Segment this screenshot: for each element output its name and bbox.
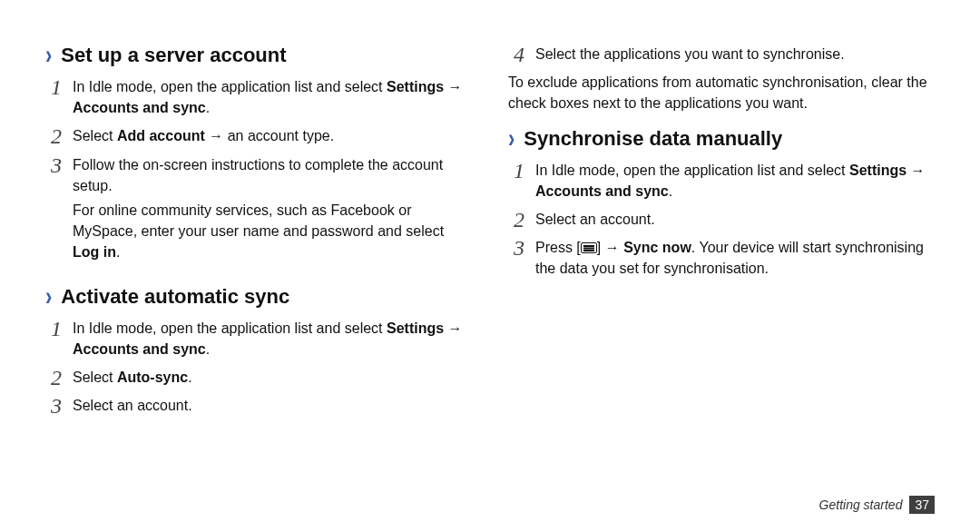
step-body: Select an account. [73,395,472,419]
footer-page-number: 37 [909,496,935,514]
step-item: 3 Press [] → Sync now. Your device will … [508,237,935,282]
step-item: 1 In Idle mode, open the application lis… [45,318,472,363]
step-body: In Idle mode, open the application list … [73,318,472,363]
heading-text: Synchronise data manually [524,127,782,151]
section-heading-server-account: › Set up a server account [45,44,472,67]
step-text: Follow the on-screen instructions to com… [73,154,472,196]
step-text: Select an account. [535,209,935,230]
step-item: 2 Select Add account → an account type. [45,125,472,150]
step-number: 2 [45,367,62,389]
manual-page: › Set up a server account 1 In Idle mode… [0,0,980,532]
step-number: 2 [508,209,524,231]
step-item: 2 Select an account. [508,209,935,233]
step-text: . [116,244,120,260]
section-heading-sync-manually: › Synchronise data manually [508,127,935,151]
step-item: 3 Follow the on-screen instructions to c… [45,154,472,267]
step-text: → an account type. [205,128,334,143]
step-body: Select the applications you want to sync… [535,44,935,68]
step-item: 3 Select an account. [45,395,472,419]
step-item: 2 Select Auto-sync. [45,367,472,391]
step-text: . [206,341,210,357]
bold-term: Log in [73,244,116,260]
step-text: In Idle mode, open the application list … [73,320,387,336]
left-column: › Set up a server account 1 In Idle mode… [45,36,472,423]
step-number: 3 [508,237,524,259]
chevron-right-icon: › [45,43,52,69]
step-text: Press [ [535,240,581,255]
step-number: 3 [45,154,62,176]
step-body: Press [] → Sync now. Your device will st… [535,237,935,282]
step-text: For online community services, such as F… [73,202,444,239]
step-item: 1 In Idle mode, open the application lis… [508,160,935,205]
step-text: ] → [597,240,623,255]
two-column-layout: › Set up a server account 1 In Idle mode… [45,36,935,423]
bold-term: Sync now [623,240,691,255]
step-text: . [188,369,191,385]
step-text: In Idle mode, open the application list … [535,163,849,178]
step-number: 1 [508,160,524,182]
page-footer: Getting started 37 [819,496,935,514]
step-body: Select Add account → an account type. [73,125,472,150]
step-body: Follow the on-screen instructions to com… [73,154,472,267]
section-heading-auto-sync: › Activate automatic sync [45,285,472,309]
step-text: Select [73,128,117,143]
step-text: Select [73,369,117,385]
chevron-right-icon: › [45,283,52,310]
step-number: 4 [508,44,524,65]
heading-text: Activate automatic sync [61,285,289,309]
step-body: In Idle mode, open the application list … [535,160,935,205]
step-text: In Idle mode, open the application list … [73,79,387,94]
note-text: To exclude applications from automatic s… [508,72,935,113]
step-item: 1 In Idle mode, open the application lis… [45,76,472,122]
step-body: In Idle mode, open the application list … [73,76,472,122]
step-number: 2 [45,125,62,147]
right-column: 4 Select the applications you want to sy… [508,36,935,423]
step-number: 3 [45,395,62,417]
chevron-right-icon: › [508,125,514,152]
step-body: Select Auto-sync. [73,367,472,391]
step-body: Select an account. [535,209,935,233]
step-number: 1 [45,318,62,340]
heading-text: Set up a server account [61,44,286,67]
step-text: . [669,183,672,199]
bold-term: Auto-sync [117,369,188,385]
step-item: 4 Select the applications you want to sy… [508,44,935,68]
step-text: Select the applications you want to sync… [535,44,935,64]
step-number: 1 [45,76,62,98]
step-text: . [206,100,210,115]
step-text: Select an account. [73,395,472,416]
footer-chapter: Getting started [819,498,903,512]
menu-key-icon [581,242,597,253]
bold-term: Add account [117,128,205,143]
